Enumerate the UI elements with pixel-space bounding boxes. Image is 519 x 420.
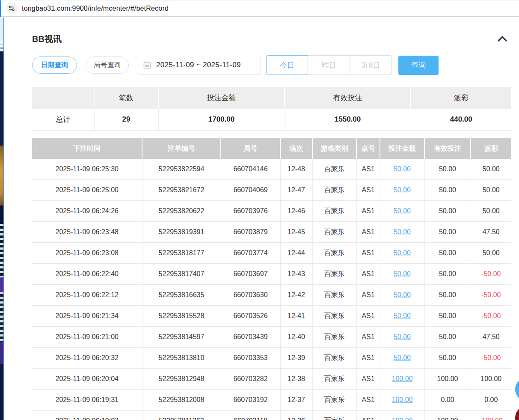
bet-amount-link[interactable]: 100.00 [392,417,413,420]
table-row: 2025-11-09 06:25:30522953822594660704146… [32,159,511,180]
cell-round: 660704069 [221,180,280,201]
cell-payout: 50.00 [471,201,511,222]
quick-range-group: 今日 昨日 近8日 [266,55,392,75]
quick-today-button[interactable]: 今日 [266,55,308,75]
cell-valid: 0.00 [424,390,471,411]
summary-total-label: 总计 [32,109,94,131]
cell-session: 12-37 [280,390,312,411]
bet-amount-link[interactable]: 100.00 [392,375,413,382]
summary-header-bet: 投注金额 [158,87,285,109]
cell-valid: 50.00 [424,159,471,180]
col-bet-amount: 投注金额 [380,138,424,159]
cell-bet_id: 522953811263 [142,411,221,420]
cell-table_no: AS1 [356,369,380,390]
cell-time: 2025-11-09 06:25:30 [32,159,142,180]
bet-amount-link[interactable]: 50.00 [394,249,411,256]
quick-yesterday-button[interactable]: 昨日 [308,55,350,75]
bet-amount-link[interactable]: 50.00 [394,312,411,319]
summary-header-blank [32,87,94,109]
cell-game: 百家乐 [312,285,356,306]
cell-payout: -50.00 [471,348,511,369]
cell-session: 12-47 [280,180,312,201]
cell-payout: -100.00 [471,411,511,420]
cell-table_no: AS1 [356,222,380,243]
cell-bet_id: 522953821672 [142,180,221,201]
calendar-icon [143,61,151,69]
cell-time: 2025-11-09 06:22:40 [32,264,142,285]
summary-bet-value: 1700.00 [158,109,285,131]
cell-round: 660703282 [221,369,280,390]
cell-table_no: AS1 [356,411,380,420]
cell-session: 12-41 [280,306,312,327]
col-round-no: 局号 [221,138,280,159]
floating-service-button[interactable] [515,378,519,401]
cell-session: 12-36 [280,411,312,420]
bet-amount-link[interactable]: 50.00 [394,354,411,361]
bet-amount-link[interactable]: 50.00 [394,186,411,194]
bet-table-header-row: 下注时间 注单编号 局号 场次 游戏类别 桌号 投注金额 有效投注 派彩 [32,138,511,159]
tab-date-query[interactable]: 日期查询 [32,57,77,74]
cell-time: 2025-11-09 06:22:12 [32,285,142,306]
bet-amount-link[interactable]: 50.00 [394,228,411,235]
background-window-strip [0,18,3,420]
bet-amount-link[interactable]: 100.00 [392,396,413,403]
date-range-value[interactable]: 2025-11-09 ~ 2025-11-09 [156,61,241,69]
cell-payout: -50.00 [471,264,511,285]
chevron-up-icon [497,34,508,44]
cell-payout: 50.00 [471,159,511,180]
cell-time: 2025-11-09 06:19:31 [32,390,142,411]
url-text[interactable]: tongbao31.com:9900/infe/mcenter/#/betRec… [22,5,169,12]
cell-payout: 50.00 [471,243,511,264]
summary-valid-value: 1550.00 [285,109,411,131]
bet-amount-link[interactable]: 50.00 [394,165,411,173]
bet-record-panel: BB视讯 日期查询 局号查询 2025-11-09 ~ 2025-11-09 今… [32,18,511,420]
cell-bet_id: 522953812008 [142,390,221,411]
cell-session: 12-38 [280,369,312,390]
cell-bet: 50.00 [380,285,424,306]
cell-table_no: AS1 [356,159,380,180]
cell-valid: 50.00 [424,243,471,264]
cell-bet_id: 522953822594 [142,159,221,180]
table-row: 2025-11-09 06:19:31522953812008660703192… [32,390,511,411]
col-bet-time: 下注时间 [32,138,142,159]
search-button[interactable]: 查询 [398,56,439,75]
window-edge-highlight [3,18,4,420]
cell-valid: 100.00 [424,411,471,420]
cell-round: 660703439 [221,327,280,348]
bet-amount-link[interactable]: 50.00 [394,270,411,277]
cell-bet_id: 522953814597 [142,327,221,348]
cell-valid: 50.00 [424,201,471,222]
col-session: 场次 [280,138,312,159]
cell-time: 2025-11-09 06:20:32 [32,348,142,369]
collapse-panel-button[interactable] [497,34,508,44]
cell-valid: 50.00 [424,222,471,243]
cell-bet: 50.00 [380,222,424,243]
tab-round-query[interactable]: 局号查询 [86,57,129,74]
table-row: 2025-11-09 06:21:00522953814597660703439… [32,327,511,348]
page-title: BB视讯 [32,34,62,44]
summary-header-valid: 有效投注 [285,87,411,109]
cell-session: 12-42 [280,285,312,306]
bet-amount-link[interactable]: 50.00 [394,291,411,298]
cell-session: 12-48 [280,159,312,180]
bet-amount-link[interactable]: 50.00 [394,333,411,340]
bet-amount-link[interactable]: 50.00 [394,207,411,214]
table-row: 2025-11-09 06:23:48522953819391660703879… [32,222,511,243]
cell-round: 660703976 [221,201,280,222]
site-controls-icon[interactable] [6,3,18,14]
cell-time: 2025-11-09 06:21:34 [32,306,142,327]
cell-valid: 50.00 [424,264,471,285]
summary-payout-value: 440.00 [411,109,511,131]
cell-bet: 50.00 [380,327,424,348]
cell-session: 12-43 [280,264,312,285]
quick-last8-button[interactable]: 近8日 [350,55,392,75]
bet-record-table: 下注时间 注单编号 局号 场次 游戏类别 桌号 投注金额 有效投注 派彩 202… [32,138,511,420]
cell-valid: 50.00 [424,348,471,369]
cell-valid: 50.00 [424,285,471,306]
cell-valid: 50.00 [424,306,471,327]
floating-promo-button[interactable] [515,406,519,420]
browser-address-bar[interactable]: tongbao31.com:9900/infe/mcenter/#/betRec… [0,0,519,17]
cell-time: 2025-11-09 06:23:48 [32,222,142,243]
cell-bet_id: 522953812948 [142,369,221,390]
date-range-picker[interactable]: 2025-11-09 ~ 2025-11-09 [137,56,261,75]
